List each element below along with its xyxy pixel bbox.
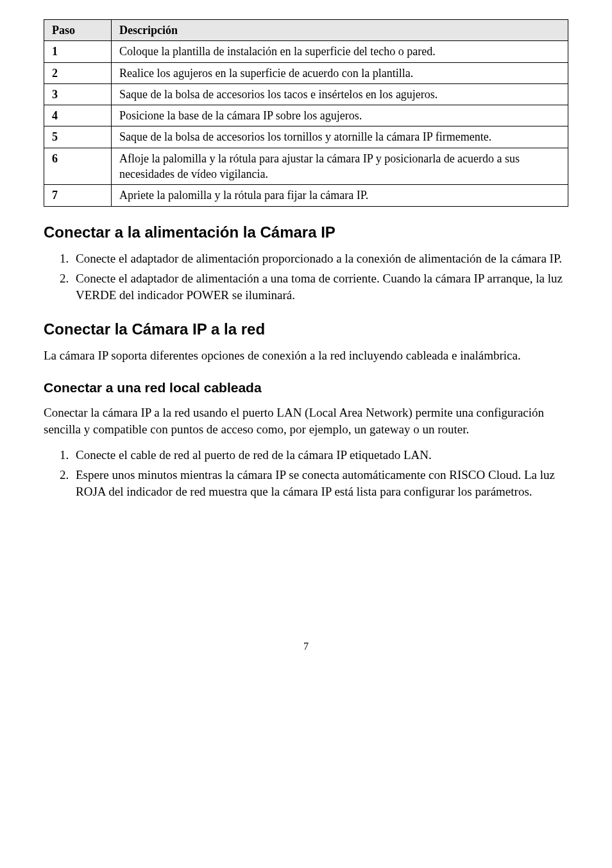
step-description: Afloje la palomilla y la rótula para aju… [112,148,568,185]
section-title-power: Conectar a la alimentación la Cámara IP [44,223,568,241]
step-number: 2 [44,62,112,83]
list-item: Espere unos minutos mientras la cámara I… [72,467,568,499]
table-row: 4Posicione la base de la cámara IP sobre… [44,105,568,126]
step-description: Saque de la bolsa de accesorios los torn… [112,126,568,148]
table-row: 1Coloque la plantilla de instalación en … [44,41,568,62]
table-body: 1Coloque la plantilla de instalación en … [44,41,568,206]
list-item: Conecte el adaptador de alimentación pro… [72,250,568,267]
step-description: Realice los agujeros en la superficie de… [112,62,568,83]
step-number: 7 [44,185,112,206]
step-number: 1 [44,41,112,62]
power-steps-list: Conecte el adaptador de alimentación pro… [44,250,568,304]
wired-steps-list: Conecte el cable de red al puerto de red… [44,447,568,500]
table-row: 2Realice los agujeros en la superficie d… [44,62,568,83]
steps-table: Paso Descripción 1Coloque la plantilla d… [44,19,568,207]
step-number: 5 [44,126,112,148]
table-row: 6Afloje la palomilla y la rótula para aj… [44,148,568,185]
step-description: Saque de la bolsa de accesorios los taco… [112,83,568,105]
wired-intro: Conectar la cámara IP a la red usando el… [44,404,568,437]
step-description: Coloque la plantilla de instalación en l… [112,41,568,62]
subsection-title-wired: Conectar a una red local cableada [44,380,568,395]
list-item: Conecte el adaptador de alimentación a u… [72,270,568,303]
step-description: Apriete la palomilla y la rótula para fi… [112,185,568,206]
col-header-paso: Paso [44,20,112,41]
col-header-descripcion: Descripción [112,20,568,41]
section-title-network: Conectar la Cámara IP a la red [44,320,568,338]
page-number: 7 [44,641,568,652]
network-intro: La cámara IP soporta diferentes opciones… [44,347,568,364]
step-number: 4 [44,105,112,126]
table-row: 7Apriete la palomilla y la rótula para f… [44,185,568,206]
table-row: 5Saque de la bolsa de accesorios los tor… [44,126,568,148]
list-item: Conecte el cable de red al puerto de red… [72,447,568,464]
table-header-row: Paso Descripción [44,20,568,41]
document-page: Paso Descripción 1Coloque la plantilla d… [0,0,612,678]
step-number: 3 [44,83,112,105]
table-row: 3Saque de la bolsa de accesorios los tac… [44,83,568,105]
step-number: 6 [44,148,112,185]
step-description: Posicione la base de la cámara IP sobre … [112,105,568,126]
